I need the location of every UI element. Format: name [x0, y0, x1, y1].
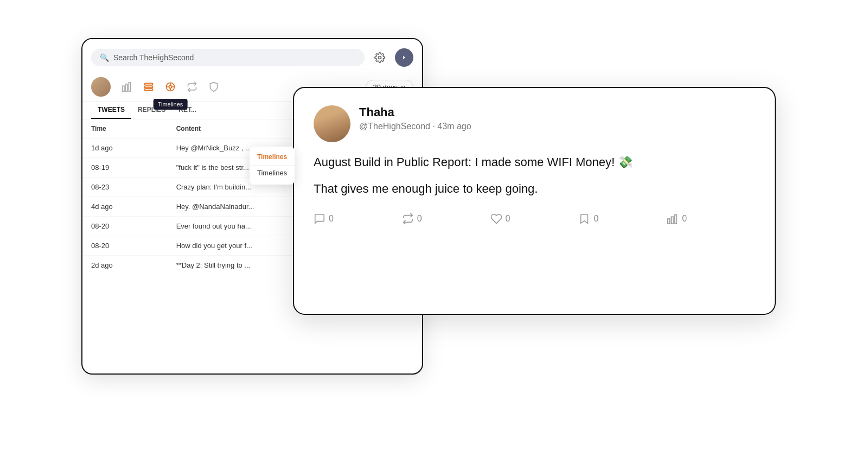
views-action[interactable]: 0	[667, 213, 755, 225]
reply-action[interactable]: 0	[314, 213, 402, 225]
col-time: Time	[82, 119, 168, 138]
retweet-action[interactable]: 0	[402, 213, 490, 225]
tweet-header: Thaha @TheHighSecond · 43m ago	[314, 105, 755, 142]
svg-rect-6	[145, 88, 153, 90]
tweet-user-info: Thaha @TheHighSecond · 43m ago	[359, 105, 471, 131]
analytics-icon[interactable]	[117, 77, 137, 97]
timelines-dropdown-item[interactable]: Timelines	[250, 166, 295, 180]
tweet-actions: 0 0 0 0	[314, 213, 755, 225]
retweet-count: 0	[417, 214, 422, 224]
collapse-button[interactable]	[395, 48, 413, 67]
svg-rect-2	[126, 84, 127, 91]
svg-rect-14	[675, 215, 677, 224]
cell-time: 1d ago	[82, 138, 168, 158]
tweet-line2: That gives me enough juice to keep going…	[314, 180, 755, 198]
timelines-dropdown: Timelines Timelines	[250, 147, 295, 185]
tweet-author-name: Thaha	[359, 105, 471, 119]
like-count: 0	[506, 214, 510, 224]
transfer-icon[interactable]	[182, 77, 202, 97]
svg-rect-13	[671, 217, 673, 224]
tweet-handle-time: @TheHighSecond · 43m ago	[359, 122, 471, 131]
list-icon[interactable]	[139, 77, 158, 97]
shield-icon[interactable]	[204, 77, 224, 97]
tweet-body: August Build in Public Report: I made so…	[314, 153, 755, 198]
cell-time: 08-23	[82, 178, 168, 197]
svg-rect-1	[123, 86, 124, 91]
view-count: 0	[682, 214, 687, 224]
timelines-tooltip-label: Timelines	[154, 99, 188, 110]
timelines-dropdown-header: Timelines	[250, 151, 295, 166]
settings-button[interactable]	[370, 48, 390, 67]
search-placeholder: Search TheHighSecond	[113, 53, 194, 62]
cell-time: 08-19	[82, 158, 168, 178]
cell-time: 2d ago	[82, 256, 168, 275]
search-input-wrap[interactable]: 🔍 Search TheHighSecond	[91, 49, 365, 66]
svg-rect-3	[129, 83, 130, 92]
search-bar: 🔍 Search TheHighSecond	[82, 39, 422, 73]
cell-time: 4d ago	[82, 197, 168, 217]
tab-tweets[interactable]: TWEETS	[91, 102, 131, 119]
tweet-card: Thaha @TheHighSecond · 43m ago August Bu…	[293, 87, 776, 315]
reply-count: 0	[329, 214, 334, 224]
cell-time: 08-20	[82, 217, 168, 236]
svg-point-0	[379, 56, 381, 59]
svg-rect-12	[668, 219, 670, 224]
bookmark-action[interactable]: 0	[578, 213, 667, 225]
tweet-line1: August Build in Public Report: I made so…	[314, 153, 755, 171]
search-icon: 🔍	[100, 53, 109, 62]
bookmark-count: 0	[593, 214, 598, 224]
timelines-icon[interactable]: Timelines	[161, 77, 180, 97]
tweet-author-avatar	[314, 105, 350, 142]
like-action[interactable]: 0	[490, 213, 579, 225]
svg-rect-5	[145, 86, 153, 87]
svg-rect-4	[145, 83, 153, 85]
cell-time: 08-20	[82, 236, 168, 256]
svg-point-8	[169, 86, 172, 88]
user-avatar[interactable]	[91, 77, 111, 97]
